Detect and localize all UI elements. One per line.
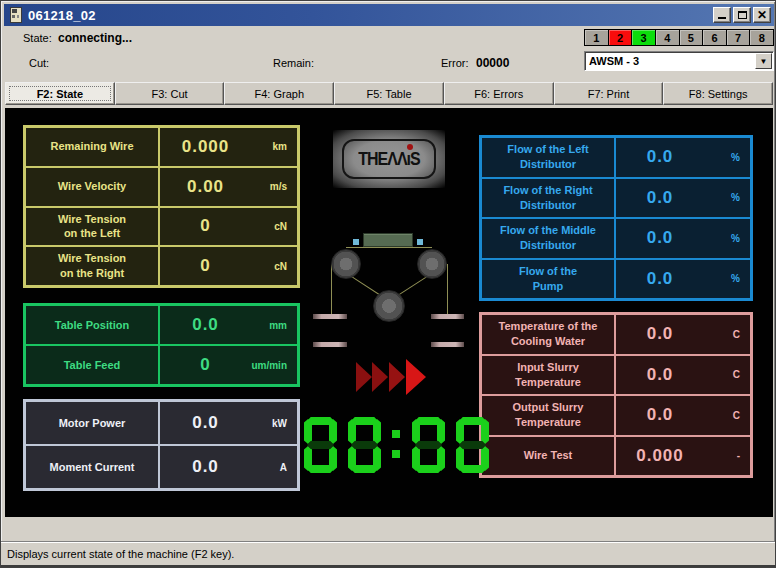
error-label: Error: bbox=[441, 57, 469, 69]
row-unit: C bbox=[704, 410, 750, 421]
row-label: Table Position bbox=[26, 306, 160, 344]
row-label: Output Slurry Temperature bbox=[482, 396, 616, 435]
table-row: Table Feed 0um/min bbox=[26, 346, 297, 384]
row-value: 0.00 bbox=[160, 177, 251, 197]
indicator-1[interactable]: 1 bbox=[584, 29, 609, 46]
feed-arrow bbox=[389, 362, 405, 392]
feed-arrow bbox=[356, 362, 372, 392]
right-guide bbox=[417, 239, 423, 245]
workpiece bbox=[363, 233, 413, 247]
themis-logo: THEΛΛıS bbox=[333, 130, 445, 188]
table-row: Flow of the Right Distributor 0.0% bbox=[482, 179, 750, 220]
tab-settings[interactable]: F8: Settings bbox=[663, 82, 773, 105]
tab-state[interactable]: F2: State bbox=[5, 82, 115, 105]
status-text: Displays current state of the machine (F… bbox=[7, 548, 234, 560]
cut-label: Cut: bbox=[29, 57, 49, 69]
row-label: Flow of the Pump bbox=[482, 260, 616, 299]
row-value: 0 bbox=[160, 216, 251, 236]
title-bar: 061218_02 ✕ bbox=[4, 4, 774, 26]
flow-panel: Flow of the Left Distributor 0.0% Flow o… bbox=[479, 135, 753, 301]
motor-panel: Motor Power 0.0kW Moment Current 0.0A bbox=[23, 399, 300, 491]
window-title: 061218_02 bbox=[28, 8, 96, 23]
table-row: Flow of the Left Distributor 0.0% bbox=[482, 138, 750, 179]
maximize-icon bbox=[738, 11, 747, 19]
row-value: 0.0 bbox=[160, 315, 251, 335]
row-unit: - bbox=[704, 450, 750, 461]
row-label: Motor Power bbox=[26, 402, 160, 444]
application-window: 061218_02 ✕ State: connecting... Cut: Re… bbox=[0, 0, 776, 568]
dropdown-button[interactable]: ▼ bbox=[755, 53, 772, 69]
row-unit: cN bbox=[251, 261, 297, 272]
row-unit: % bbox=[704, 233, 750, 244]
table-row: Table Position 0.0mm bbox=[26, 306, 297, 346]
tab-print[interactable]: F7: Print bbox=[554, 82, 664, 105]
row-unit: % bbox=[704, 192, 750, 203]
row-label: Wire Tension on the Right bbox=[26, 247, 160, 285]
row-label: Temperature of the Cooling Water bbox=[482, 315, 616, 354]
row-unit: kW bbox=[251, 418, 297, 429]
pipe bbox=[313, 314, 347, 319]
indicator-5[interactable]: 5 bbox=[679, 29, 704, 46]
tab-errors[interactable]: F6: Errors bbox=[444, 82, 554, 105]
table-row: Wire Tension on the Right 0cN bbox=[26, 247, 297, 285]
state-label: State: bbox=[23, 32, 52, 44]
table-row: Input Slurry Temperature 0.0C bbox=[482, 356, 750, 397]
tab-table[interactable]: F5: Table bbox=[334, 82, 444, 105]
table-row: Wire Test 0.000- bbox=[482, 437, 750, 476]
pipe bbox=[313, 342, 347, 347]
minimize-button[interactable] bbox=[713, 7, 731, 23]
row-unit: C bbox=[704, 329, 750, 340]
indicator-8[interactable]: 8 bbox=[749, 29, 774, 46]
row-unit: C bbox=[704, 369, 750, 380]
wire-panel: Remaining Wire 0.000km Wire Velocity 0.0… bbox=[23, 125, 300, 288]
tab-bar: F2: State F3: Cut F4: Graph F5: Table F6… bbox=[5, 82, 773, 105]
table-row: Moment Current 0.0A bbox=[26, 446, 297, 488]
remain-label: Remain: bbox=[273, 57, 314, 69]
maximize-button[interactable] bbox=[733, 7, 751, 23]
table-row: Wire Velocity 0.00m/s bbox=[26, 168, 297, 208]
machine-selector-value: AWSM - 3 bbox=[585, 55, 755, 67]
tab-graph[interactable]: F4: Graph bbox=[224, 82, 334, 105]
bottom-pulley bbox=[373, 290, 405, 322]
indicator-2[interactable]: 2 bbox=[608, 29, 633, 46]
close-icon: ✕ bbox=[757, 9, 767, 21]
left-pulley bbox=[331, 249, 361, 279]
channel-indicators: 1 2 3 4 5 6 7 8 bbox=[584, 29, 774, 46]
process-timer bbox=[304, 417, 500, 473]
row-value: 0.000 bbox=[160, 137, 251, 157]
row-label: Wire Test bbox=[482, 437, 616, 476]
row-value: 0 bbox=[160, 256, 251, 276]
error-value: 00000 bbox=[476, 56, 509, 70]
row-value: 0.0 bbox=[616, 269, 704, 289]
close-button[interactable]: ✕ bbox=[753, 7, 771, 23]
left-guide bbox=[353, 239, 359, 245]
machine-selector[interactable]: AWSM - 3 ▼ bbox=[584, 51, 774, 71]
indicator-7[interactable]: 7 bbox=[726, 29, 751, 46]
row-label: Wire Velocity bbox=[26, 168, 160, 206]
row-value: 0.0 bbox=[616, 365, 704, 385]
table-row: Output Slurry Temperature 0.0C bbox=[482, 396, 750, 437]
row-value: 0.000 bbox=[616, 446, 704, 466]
indicator-4[interactable]: 4 bbox=[655, 29, 680, 46]
row-value: 0.0 bbox=[616, 147, 704, 167]
feed-arrow bbox=[406, 359, 426, 395]
tab-cut[interactable]: F3: Cut bbox=[115, 82, 225, 105]
row-label: Input Slurry Temperature bbox=[482, 356, 616, 395]
temperature-panel: Temperature of the Cooling Water 0.0C In… bbox=[479, 312, 753, 478]
row-label: Wire Tension on the Left bbox=[26, 208, 160, 246]
state-value: connecting... bbox=[58, 31, 132, 45]
row-value: 0.0 bbox=[616, 324, 704, 344]
table-row: Remaining Wire 0.000km bbox=[26, 128, 297, 168]
table-panel: Table Position 0.0mm Table Feed 0um/min bbox=[23, 303, 300, 387]
table-row: Flow of the Pump 0.0% bbox=[482, 260, 750, 299]
table-row: Wire Tension on the Left 0cN bbox=[26, 208, 297, 248]
row-value: 0 bbox=[160, 355, 251, 375]
feed-arrow bbox=[372, 362, 388, 392]
row-unit: m/s bbox=[251, 181, 297, 192]
logo-red-dot bbox=[407, 144, 413, 150]
indicator-6[interactable]: 6 bbox=[702, 29, 727, 46]
indicator-3[interactable]: 3 bbox=[631, 29, 656, 46]
table-row: Motor Power 0.0kW bbox=[26, 402, 297, 446]
pipe bbox=[431, 342, 464, 347]
row-label: Flow of the Middle Distributor bbox=[482, 219, 616, 258]
